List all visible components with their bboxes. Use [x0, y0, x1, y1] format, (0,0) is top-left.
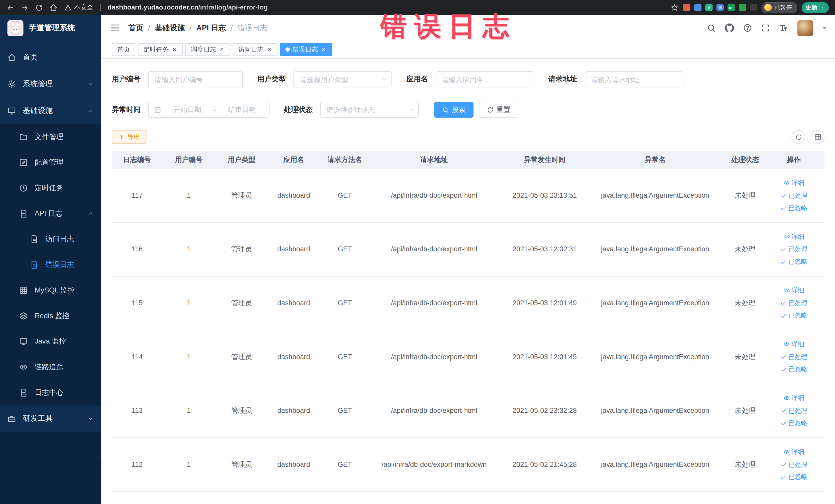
cell-user_id: 1: [162, 191, 215, 201]
action-detail[interactable]: 详细: [783, 340, 804, 349]
breadcrumb-item[interactable]: API 日志: [196, 23, 226, 33]
close-icon[interactable]: ×: [321, 46, 326, 53]
forward-icon[interactable]: [21, 3, 29, 11]
sidebar-item-dev-tools[interactable]: 研发工具: [0, 405, 101, 432]
sidebar-item-error-log[interactable]: 错误日志: [0, 252, 101, 278]
grid-icon: [19, 286, 28, 295]
reload-icon[interactable]: [35, 3, 43, 11]
tab-job[interactable]: 定时任务 ×: [138, 43, 183, 56]
check-icon: [780, 354, 787, 360]
cell-id: 114: [112, 352, 162, 362]
sidebar-item-infra[interactable]: 基础设施: [0, 98, 101, 124]
breadcrumb-item[interactable]: 首页: [128, 23, 143, 33]
proxy-on-icon[interactable]: on: [728, 4, 735, 11]
action-processed[interactable]: 已处理: [780, 352, 808, 362]
reset-button-label: 重置: [496, 105, 510, 115]
tab-access-log[interactable]: 访问日志 ×: [233, 43, 278, 56]
search-icon[interactable]: [707, 23, 716, 32]
address-bar[interactable]: dashboard.yudao.iocoder.cn/infra/log/api…: [107, 4, 268, 11]
user-id-input[interactable]: [148, 72, 243, 87]
tab-job-log[interactable]: 调度日志 ×: [185, 43, 230, 56]
font-size-icon[interactable]: [779, 23, 788, 32]
user-type-select[interactable]: [293, 72, 392, 87]
profile-paused-badge[interactable]: 已暂停: [761, 2, 797, 13]
action-detail[interactable]: 详细: [783, 447, 804, 457]
leaf-extension-icon[interactable]: [739, 4, 746, 11]
action-detail[interactable]: 详细: [783, 232, 804, 241]
column-settings-button[interactable]: [811, 130, 824, 144]
request-url-input[interactable]: [585, 72, 683, 87]
action-processed[interactable]: 已处理: [780, 191, 808, 200]
cell-time: 2021-05-02 23:32:28: [498, 406, 591, 416]
bookmark-star-icon[interactable]: [670, 3, 678, 11]
action-processed[interactable]: 已处理: [780, 245, 808, 254]
chevron-down-icon: [87, 81, 94, 87]
screenshot-viewport: 不安全 dashboard.yudao.iocoder.cn/infra/log…: [0, 0, 835, 504]
reset-button[interactable]: 重置: [479, 102, 518, 118]
app-logo-row[interactable]: 芋道管理系统: [0, 15, 101, 41]
tab-home[interactable]: 首页: [112, 43, 135, 56]
action-detail[interactable]: 详细: [783, 394, 804, 403]
breadcrumb-item[interactable]: 基础设施: [155, 23, 185, 33]
close-icon[interactable]: ×: [171, 46, 177, 53]
search-button[interactable]: 搜索: [434, 102, 474, 118]
cell-user_type: 管理员: [215, 191, 268, 201]
tab-error-log[interactable]: 错误日志 ×: [280, 43, 332, 56]
error-log-table: 日志编号用户编号用户类型应用名请求方法名请求地址异常发生时间异常名处理状态操作 …: [112, 151, 824, 492]
app-name-input[interactable]: [435, 72, 534, 87]
help-icon[interactable]: [743, 23, 752, 32]
cell-url: /api/infra/db-doc/export-markdown: [370, 460, 498, 469]
fullscreen-icon[interactable]: [761, 23, 770, 32]
sidebar-item-system-mgmt[interactable]: 系统管理: [0, 71, 101, 98]
sidebar-item-log-center[interactable]: 日志中心: [0, 380, 101, 405]
sidebar-item-mysql-monitor[interactable]: MySQL 监控: [0, 278, 101, 303]
action-ignored[interactable]: 已忽略: [780, 419, 808, 428]
table-header: 日志编号用户编号用户类型应用名请求方法名请求地址异常发生时间异常名处理状态操作: [112, 151, 824, 169]
action-ignored[interactable]: 已忽略: [780, 204, 808, 213]
action-ignored[interactable]: 已忽略: [780, 365, 808, 374]
close-icon[interactable]: ×: [219, 46, 225, 53]
sidebar-item-api-log[interactable]: API 日志: [0, 201, 101, 226]
refresh-table-button[interactable]: [791, 130, 805, 144]
security-chip[interactable]: 不安全: [64, 3, 93, 12]
action-detail[interactable]: 详细: [783, 286, 804, 295]
doc-icon: [19, 388, 28, 397]
extension-red-icon[interactable]: [683, 4, 690, 11]
sidebar-item-java-monitor[interactable]: Java 监控: [0, 329, 101, 354]
sidebar-item-home[interactable]: 首页: [0, 44, 101, 71]
update-button[interactable]: 更新: [802, 2, 829, 13]
row-actions: 详细已处理已忽略: [771, 447, 816, 482]
sidebar-item-access-log[interactable]: 访问日志: [0, 226, 101, 252]
check-icon: [780, 259, 787, 265]
date-range-picker[interactable]: 开始日期 - 结束日期: [148, 102, 269, 118]
cell-user_id: 1: [162, 460, 215, 469]
process-status-select[interactable]: [320, 102, 419, 118]
sidebar-item-job[interactable]: 定时任务: [0, 175, 101, 201]
sidebar-item-tracer[interactable]: 链路追踪: [0, 354, 101, 380]
back-icon[interactable]: [6, 3, 14, 11]
sidebar-item-config-mgmt[interactable]: 配置管理: [0, 150, 101, 175]
github-icon[interactable]: [725, 23, 734, 32]
sidebar-item-redis-monitor[interactable]: Redis 监控: [0, 303, 101, 329]
extension-grid-icon[interactable]: ▦: [716, 4, 724, 11]
action-processed[interactable]: 已处理: [780, 460, 808, 469]
avatar[interactable]: [797, 20, 813, 36]
vue-devtools-icon[interactable]: V: [705, 4, 713, 11]
extension-blue-icon[interactable]: [694, 4, 701, 11]
action-ignored[interactable]: 已忽略: [780, 311, 808, 320]
sidebar-item-file-mgmt[interactable]: 文件管理: [0, 124, 101, 150]
url-separator: [100, 4, 101, 11]
chevron-down-icon[interactable]: [822, 27, 827, 31]
browser-home-icon[interactable]: [49, 3, 58, 11]
action-ignored[interactable]: 已忽略: [780, 258, 808, 266]
action-processed[interactable]: 已处理: [780, 406, 808, 415]
action-detail[interactable]: 详细: [783, 178, 804, 187]
action-processed[interactable]: 已处理: [780, 299, 808, 308]
check-icon: [780, 300, 787, 306]
filter-user-id: 用户编号: [112, 72, 243, 87]
paw-extension-icon[interactable]: [750, 4, 757, 11]
sidebar-collapse-button[interactable]: [109, 23, 120, 33]
close-icon[interactable]: ×: [266, 46, 272, 53]
export-button[interactable]: 导出: [112, 130, 147, 144]
action-ignored[interactable]: 已忽略: [780, 473, 808, 482]
